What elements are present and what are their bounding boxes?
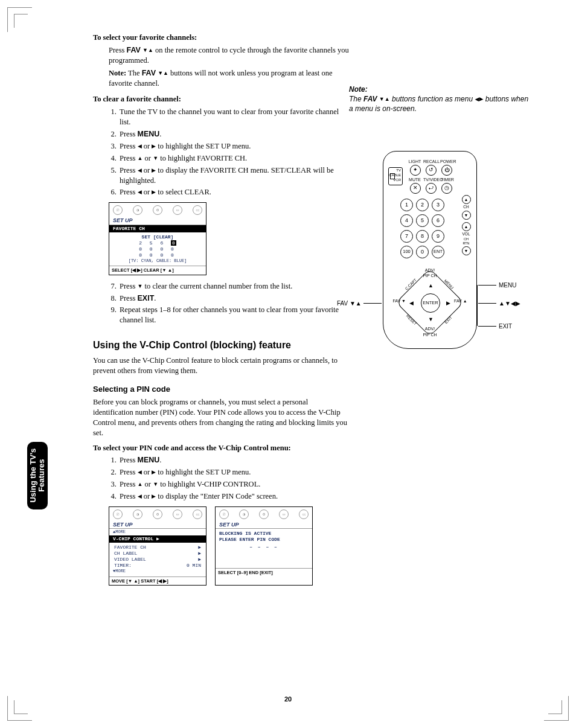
osd-grid: 2 5 6 0 0 0 0 0 0 0 0 0 [113, 240, 202, 258]
key-1: 1 [400, 199, 413, 211]
ext-menu-label: MENU [499, 281, 516, 290]
osd-line1: BLOCKING IS ACTIVE [219, 531, 309, 537]
step-1: Tune the TV to the channel you want to c… [118, 107, 349, 127]
dpad: ENTER ▲ ▼ ◀ ▶ C.CAPT MENU RESET EXIT ADV… [406, 278, 454, 327]
key-0: 0 [416, 246, 429, 258]
page-number: 20 [0, 695, 576, 704]
recall-button: ↺ [426, 165, 437, 176]
osd-vchip-menu: ⎚◑⚙▭㏄ SET UP ▲MORE V-CHIP CONTROL ▶ FAVO… [109, 506, 206, 586]
dpad-left-icon: ◀ [409, 299, 414, 307]
osd-legend: [TV: CYAN, CABLE: BLUE] [113, 258, 202, 264]
down-up-icon: ▼▲ [142, 48, 153, 53]
osd-more-up: ▲MORE [113, 529, 202, 535]
adv-top-label: ADV/ PIP CH [418, 267, 442, 279]
dpad-up-icon: ▲ [428, 282, 434, 289]
step-5: Press ◀ or ▶ to display the FAVORITE CH … [118, 165, 349, 186]
vol-up-button: ▲ [462, 222, 471, 231]
key-8: 8 [416, 230, 429, 243]
osd-dashes: – – – – [219, 544, 309, 550]
left-icon: ◀ [138, 494, 142, 499]
select-fav-para: Press FAV ▼▲ on the remote control to cy… [109, 45, 349, 66]
power-button: ⏻ [441, 165, 452, 176]
osd-footer: MOVE [▼ ▲] START [◀ ▶] [109, 576, 206, 585]
right-note: Note: The FAV ▼▲ buttons function as men… [349, 85, 530, 114]
left-icon: ◀ [138, 190, 142, 195]
dpad-down-icon: ▼ [428, 316, 434, 323]
vchip-heading: Using the V-Chip Control (blocking) feat… [93, 339, 349, 352]
note-head: Note: [349, 85, 530, 94]
key-100: 100 [400, 246, 413, 258]
left-right-icon: ◀▶ [475, 97, 483, 102]
osd-title: SET UP [109, 216, 206, 225]
ch-up-button: ▲ [462, 195, 471, 204]
key-4: 4 [400, 214, 413, 227]
clear-fav-steps: Tune the TV to the channel you want to c… [93, 107, 349, 197]
remote-diagram: TV CABLE VCR LIGHT RECALL POWER ✦ ↺ ⏻ MU… [337, 151, 542, 356]
timer-button: ◷ [441, 183, 452, 194]
down-icon: ▼ [153, 482, 158, 487]
remote-body: TV CABLE VCR LIGHT RECALL POWER ✦ ↺ ⏻ MU… [383, 151, 477, 349]
key-ent: ENT [432, 246, 444, 258]
note-body: The FAV ▼▲ buttons function as menu ◀▶ b… [349, 94, 530, 113]
pin-step-4: Press ◀ or ▶ to display the "Enter PIN C… [118, 491, 349, 502]
vol-label: VOL [461, 232, 472, 237]
ch-down-button: ▼ [462, 211, 471, 220]
osd-line2: PLEASE ENTER PIN CODE [219, 537, 309, 543]
down-icon: ▼ [153, 156, 158, 161]
osd-more-dn: ▼MORE [113, 569, 202, 574]
vchip-intro: You can use the V-Chip Control feature t… [93, 356, 349, 376]
osd-setclear: SET [CLEAR] [113, 234, 202, 240]
ext-fav-label: FAV ▼▲ [337, 299, 362, 308]
ext-arrows-label: ▲▼◀▶ [499, 299, 520, 308]
side-tab-line2: Features [37, 459, 46, 492]
ch-label: CH [461, 205, 472, 210]
pin-step-2: Press ◀ or ▶ to highlight the SET UP men… [118, 467, 349, 477]
clear-fav-steps-cont: Press ▼ to clear the current channel num… [93, 281, 349, 326]
clear-fav-heading: To clear a favorite channel: [93, 94, 349, 104]
pin-steps-head: To select your PIN code and access the V… [93, 443, 349, 453]
tvvideo-button: ⮐ [426, 183, 437, 194]
side-tab: Using the TV'sFeatures [27, 442, 48, 509]
osd-selected-row: FAVORITE CH [109, 225, 206, 232]
chrtn-label: CH RTN [461, 237, 472, 246]
osd-enter-pin: ⎚◑⚙▭㏄ SET UP BLOCKING IS ACTIVE PLEASE E… [215, 506, 313, 586]
main-column: To select your favorite channels: Press … [93, 33, 349, 586]
fav-right-label: FAV ▲ [454, 298, 475, 304]
step-4: Press ▲ or ▼ to highlight FAVORITE CH. [118, 153, 349, 164]
osd-icons: ⎚◑⚙▭㏄ [109, 507, 206, 520]
mode-switch: TV CABLE VCR [388, 167, 403, 185]
osd-icons: ⎚◑⚙▭㏄ [109, 203, 206, 216]
key-9: 9 [432, 230, 444, 243]
step-8: Press EXIT. [118, 293, 349, 304]
step-2: Press MENU. [118, 129, 349, 139]
step-6: Press ◀ or ▶ to select CLEAR. [118, 187, 349, 197]
vol-down-button: ▼ [462, 246, 471, 255]
osd-footer: SELECT [0–9] END [EXIT] [216, 568, 312, 576]
left-icon: ◀ [138, 470, 142, 475]
adv-bot-label: ADV/ PIP CH [418, 326, 442, 337]
step-3: Press ◀ or ▶ to highlight the SET UP men… [118, 141, 349, 152]
light-button: ✦ [410, 165, 421, 176]
crop-mark [7, 7, 32, 32]
key-5: 5 [416, 214, 429, 227]
select-fav-note: Note: The FAV ▼▲ buttons will not work u… [109, 68, 349, 89]
key-3: 3 [432, 199, 444, 211]
pin-intro: Before you can block programs or channel… [93, 397, 349, 438]
key-2: 2 [416, 199, 429, 211]
down-up-icon: ▼▲ [158, 71, 168, 76]
left-icon: ◀ [138, 144, 142, 149]
osd-icons: ⎚◑⚙▭㏄ [216, 507, 312, 520]
osd-favorite-ch: ⎚◑⚙▭㏄ SET UP FAVORITE CH SET [CLEAR] 2 5… [109, 202, 206, 275]
step-7: Press ▼ to clear the current channel num… [118, 281, 349, 292]
pin-steps: Press MENU. Press ◀ or ▶ to highlight th… [93, 455, 349, 502]
dpad-right-icon: ▶ [446, 299, 450, 307]
ext-exit-label: EXIT [499, 322, 512, 331]
down-up-icon: ▼▲ [379, 97, 390, 102]
leader-bracket [477, 285, 478, 326]
pin-step-3: Press ▲ or ▼ to highlight V-CHIP CONTROL… [118, 479, 349, 490]
left-icon: ◀ [138, 168, 142, 173]
fav-left-label: FAV ▼ [385, 298, 406, 304]
pin-step-1: Press MENU. [118, 455, 349, 465]
osd-title: SET UP [216, 520, 312, 529]
key-7: 7 [400, 230, 413, 243]
